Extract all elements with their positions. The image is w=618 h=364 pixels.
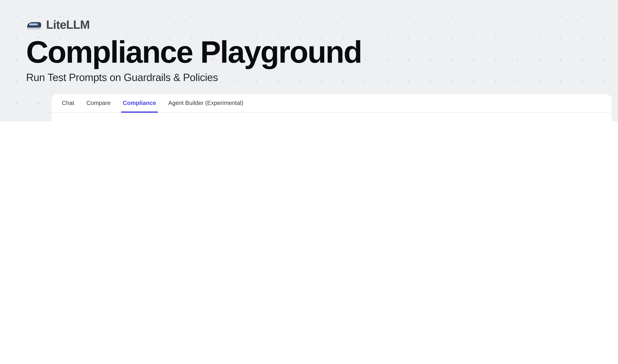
tab-chat[interactable]: Chat [56, 94, 80, 112]
tab-compare[interactable]: Compare [80, 94, 117, 112]
compliance-playground-page: LiteLLM Compliance Playground Run Test P… [0, 0, 618, 121]
main-card: Chat Compare Compliance Agent Builder (E… [51, 94, 612, 121]
brand-name: LiteLLM [46, 18, 90, 32]
top-tabbar: Chat Compare Compliance Agent Builder (E… [51, 94, 612, 113]
brand-logo: LiteLLM [26, 18, 618, 32]
page-header: LiteLLM Compliance Playground Run Test P… [0, 0, 618, 83]
tab-agent-builder[interactable]: Agent Builder (Experimental) [162, 94, 249, 112]
tab-compliance[interactable]: Compliance [117, 94, 162, 112]
train-logo-icon [26, 20, 42, 30]
page-title: Compliance Playground [26, 37, 618, 67]
page-subtitle: Run Test Prompts on Guardrails & Policie… [26, 71, 618, 83]
